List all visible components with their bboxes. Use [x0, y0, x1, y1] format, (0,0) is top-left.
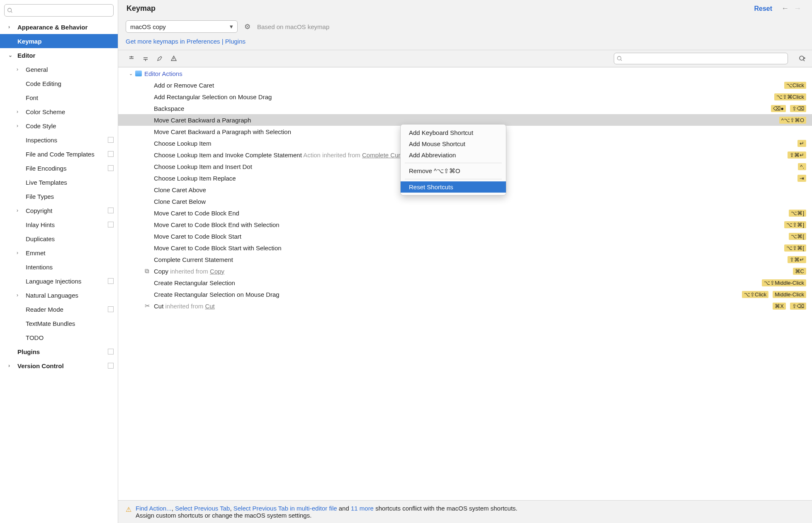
action-group-label: Editor Actions	[144, 70, 182, 77]
sidebar-item-general[interactable]: ›General	[0, 62, 118, 76]
shortcut-list: ↵	[797, 140, 806, 147]
gear-icon[interactable]: ⚙	[244, 22, 250, 31]
find-by-shortcut-icon[interactable]	[798, 54, 806, 63]
conflicts-icon[interactable]	[170, 54, 178, 63]
action-row[interactable]: ✂Cut inherited from Cut⌘X⇧⌫	[118, 300, 812, 312]
warn-link-1[interactable]: Find Action...	[136, 505, 172, 512]
inherited-label: inherited from Copy	[170, 268, 224, 275]
keymap-select-value: macOS copy	[130, 23, 166, 30]
page-title: Keymap	[126, 4, 754, 13]
action-name: Clone Caret Above	[154, 186, 206, 193]
scope-icon	[108, 278, 114, 284]
shortcut-list: ⇧⌘↵	[788, 152, 806, 159]
chevron-icon: ›	[17, 66, 23, 72]
action-name: Create Rectangular Selection	[154, 279, 235, 286]
get-more-keymaps: Get more keymaps in Preferences | Plugin…	[118, 36, 812, 50]
action-name: Move Caret Backward a Paragraph	[154, 117, 251, 124]
sidebar-item-code-style[interactable]: ›Code Style	[0, 119, 118, 133]
chevron-icon: ›	[17, 109, 23, 115]
action-name: Move Caret to Code Block Start	[154, 233, 241, 240]
expand-all-icon[interactable]	[127, 54, 136, 63]
sidebar-item-inlay-hints[interactable]: Inlay Hints	[0, 218, 118, 232]
inherited-link[interactable]: Copy	[210, 268, 224, 275]
sidebar-item-label: Keymap	[17, 38, 41, 45]
sidebar-item-file-and-code-templates[interactable]: File and Code Templates	[0, 147, 118, 161]
sidebar-search-input[interactable]	[4, 4, 114, 17]
sidebar-item-editor[interactable]: ⌄Editor	[0, 48, 118, 62]
sidebar-item-language-injections[interactable]: Language Injections	[0, 274, 118, 288]
action-row[interactable]: Move Caret to Code Block Start with Sele…	[118, 242, 812, 254]
warn-link-2[interactable]: Select Previous Tab	[175, 505, 230, 512]
sidebar-item-file-types[interactable]: File Types	[0, 189, 118, 203]
action-row[interactable]: Add or Remove Caret ⌥Click	[118, 79, 812, 91]
sidebar-item-duplicates[interactable]: Duplicates	[0, 232, 118, 246]
shortcut-badge: ⌥Click	[784, 82, 806, 89]
sidebar-item-textmate-bundles[interactable]: TextMate Bundles	[0, 316, 118, 330]
cm-add-mouse[interactable]: Add Mouse Shortcut	[401, 138, 506, 149]
shortcut-badge: ⌥⇧⌘[	[784, 244, 806, 252]
sidebar-item-intentions[interactable]: Intentions	[0, 260, 118, 274]
folder-icon	[135, 71, 142, 76]
sidebar-item-plugins[interactable]: Plugins	[0, 345, 118, 359]
action-row[interactable]: ⧉Copy inherited from Copy⌘C	[118, 265, 812, 277]
based-on-label: Based on macOS keymap	[257, 23, 329, 30]
action-row[interactable]: Create Rectangular Selection ⌥⇧Middle-Cl…	[118, 277, 812, 288]
action-row[interactable]: Add Rectangular Selection on Mouse Drag …	[118, 91, 812, 103]
warn-link-more[interactable]: 11 more	[351, 505, 374, 512]
cm-reset-shortcuts[interactable]: Reset Shortcuts	[401, 181, 506, 193]
inherited-link[interactable]: Cut	[205, 303, 214, 310]
sidebar-item-label: Appearance & Behavior	[17, 24, 88, 31]
action-name: Choose Lookup Item and Insert Dot	[154, 163, 252, 170]
sidebar-item-reader-mode[interactable]: Reader Mode	[0, 302, 118, 316]
sidebar-item-font[interactable]: Font	[0, 90, 118, 105]
warn-link-3[interactable]: Select Previous Tab in multi-editor file	[233, 505, 337, 512]
action-name: Move Caret to Code Block End	[154, 210, 239, 217]
copy-icon: ⧉	[145, 267, 151, 275]
action-name: Complete Current Statement	[154, 256, 233, 263]
footer-warning: ⚠ Find Action..., Select Previous Tab, S…	[118, 500, 812, 523]
action-row[interactable]: Move Caret to Code Block End with Select…	[118, 219, 812, 230]
action-row[interactable]: Move Caret to Code Block Start ⌥⌘[	[118, 230, 812, 242]
sidebar-item-appearance-behavior[interactable]: ›Appearance & Behavior	[0, 20, 118, 34]
sidebar-item-copyright[interactable]: ›Copyright	[0, 203, 118, 218]
sidebar-item-live-templates[interactable]: Live Templates	[0, 175, 118, 189]
sidebar-item-version-control[interactable]: ›Version Control	[0, 359, 118, 373]
shortcut-list: ⌥⌘]	[789, 210, 806, 217]
cm-add-keyboard[interactable]: Add Keyboard Shortcut	[401, 127, 506, 138]
sidebar-item-natural-languages[interactable]: ›Natural Languages	[0, 288, 118, 302]
sidebar-item-emmet[interactable]: ›Emmet	[0, 246, 118, 260]
get-more-keymaps-link[interactable]: Get more keymaps in Preferences | Plugin…	[126, 38, 246, 45]
action-name: Copy inherited from Copy	[154, 268, 224, 275]
collapse-all-icon[interactable]	[141, 54, 150, 63]
edit-shortcut-icon[interactable]	[156, 54, 164, 63]
sidebar-item-inspections[interactable]: Inspections	[0, 133, 118, 147]
cm-remove[interactable]: Remove ^⌥⇧⌘O	[401, 165, 506, 177]
scope-icon	[108, 306, 114, 312]
shortcut-badge: ↵	[797, 140, 806, 147]
action-name: Cut inherited from Cut	[154, 303, 215, 310]
nav-back-icon[interactable]: ←	[781, 4, 789, 13]
action-row[interactable]: Move Caret to Code Block End ⌥⌘]	[118, 207, 812, 219]
action-row[interactable]: Clone Caret Below	[118, 196, 812, 207]
action-row[interactable]: Backspace ⌫●⇧⌫	[118, 103, 812, 114]
sidebar-item-file-encodings[interactable]: File Encodings	[0, 161, 118, 175]
sidebar-item-keymap[interactable]: Keymap	[0, 34, 118, 48]
sidebar-item-label: File Types	[26, 193, 54, 200]
keymap-select[interactable]: macOS copy	[126, 20, 238, 33]
scope-icon	[108, 208, 114, 213]
keymap-search-input[interactable]	[614, 53, 788, 64]
scope-icon	[108, 165, 114, 171]
action-row[interactable]: Create Rectangular Selection on Mouse Dr…	[118, 288, 812, 300]
sidebar-item-label: Live Templates	[26, 179, 67, 186]
sidebar-item-todo[interactable]: TODO	[0, 330, 118, 345]
shortcut-badge: ⌥⇧Click	[742, 291, 768, 298]
reset-button[interactable]: Reset	[754, 5, 772, 12]
chevron-icon: ›	[17, 123, 23, 129]
sidebar-item-code-editing[interactable]: Code Editing	[0, 76, 118, 90]
chevron-icon: ›	[17, 250, 23, 256]
sidebar-item-color-scheme[interactable]: ›Color Scheme	[0, 105, 118, 119]
cm-add-abbrev[interactable]: Add Abbreviation	[401, 149, 506, 161]
action-row[interactable]: Complete Current Statement ⇧⌘↵	[118, 254, 812, 265]
action-group-header[interactable]: ⌄ Editor Actions	[118, 68, 812, 79]
sidebar-item-label: Code Editing	[26, 80, 61, 87]
